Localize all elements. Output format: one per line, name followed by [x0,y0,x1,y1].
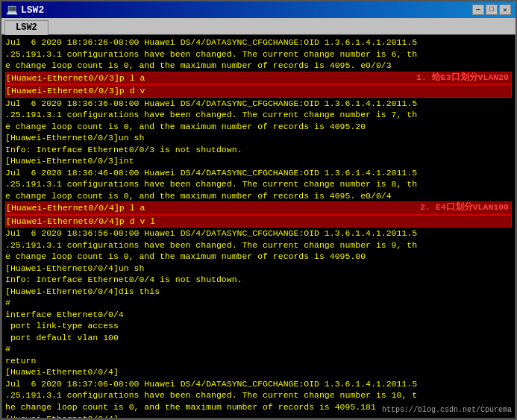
line-14: port link-type access [5,321,119,330]
line-highlight-4: [Huawei-Ethernet0/0/4]p d v l [5,215,512,228]
line-9: [Huawei-Ethernet0/0/4]un sh [5,263,144,273]
terminal-output[interactable]: Jul 6 2020 18:36:26-08:00 Huawei DS/4/DA… [1,34,516,419]
tab-lsw2[interactable]: LSW2 [4,20,48,35]
line-16: # [5,344,10,354]
line-18: [Huawei-Ethernet0/0/4] [5,367,119,377]
line-12: # [5,298,10,307]
minimize-button[interactable]: — [472,4,484,15]
line-8: Jul 6 2020 18:36:56-08:00 Huawei DS/4/DA… [5,228,417,261]
line-4: [Huawei-Ethernet0/0/3]un sh [5,133,144,142]
maximize-button[interactable]: □ [486,4,498,15]
line-11: [Huawei-Ethernet0/0/4]dis this [5,286,160,296]
line-3: Jul 6 2020 18:36:36-08:00 Huawei DS/4/DA… [5,98,417,131]
line-1: Jul 6 2020 18:36:26-08:00 Huawei DS/4/DA… [5,37,417,70]
title-bar: 💻 LSW2 — □ ✕ [1,1,516,18]
line-7: Jul 6 2020 18:36:46-08:00 Huawei DS/4/DA… [5,168,417,201]
line-15: port default vlan 100 [5,333,119,342]
watermark: https://blog.csdn.net/Cpurema [382,405,512,416]
main-window: 💻 LSW2 — □ ✕ LSW2 Jul 6 2020 18:36:26-08… [0,0,517,420]
title-bar-controls: — □ ✕ [472,4,511,15]
title-bar-left: 💻 LSW2 [6,4,44,16]
line-highlight-2: [Huawei-Ethernet0/0/3]p d v [5,84,512,98]
annotation-1: 1. 给E3口划分VLAN20 [416,72,509,84]
window-title: LSW2 [21,4,44,16]
close-button[interactable]: ✕ [499,4,511,15]
app-icon: 💻 [6,4,18,16]
line-5: Info: Interface Ethernet0/0/3 is not shu… [5,145,242,154]
line-13: interface Ethernet0/0/4 [5,310,124,319]
line-highlight-1: [Huawei-Ethernet0/0/3]p l a1. 给E3口划分VLAN… [5,72,512,85]
line-19: Jul 6 2020 18:37:06-08:00 Huawei DS/4/DA… [5,379,417,412]
line-6: [Huawei-Ethernet0/0/3]int [5,156,134,166]
line-highlight-3: [Huawei-Ethernet0/0/4]p l a2. E4口划分VLAN1… [5,201,512,215]
tab-bar: LSW2 [1,18,516,34]
line-20: [Huawei-Ethernet0/0/4] [5,414,119,419]
line-10: Info: Interface Ethernet0/0/4 is not shu… [5,275,242,284]
line-17: return [5,356,36,366]
annotation-2: 2. E4口划分VLAN100 [420,201,509,213]
